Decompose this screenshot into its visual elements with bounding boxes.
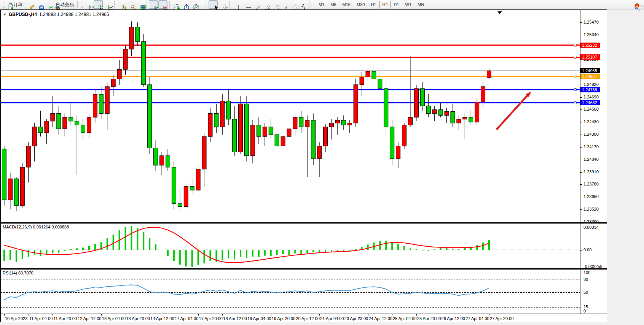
candle-down[interactable] [190,186,194,190]
line-price-tag[interactable]: 1.25232 [580,43,600,48]
candle-up[interactable] [366,71,370,77]
candle-up[interactable] [26,146,30,167]
candle-down[interactable] [214,114,218,127]
auto-scroll-button[interactable] [149,0,158,9]
candle-down[interactable] [420,89,424,106]
fibonacci-button[interactable]: F [269,0,279,9]
line-price-tag[interactable]: 1.24632 [580,100,600,105]
chart-shift-button[interactable] [158,0,167,9]
candle-up[interactable] [305,120,309,127]
zoom-out-button[interactable] [126,0,135,9]
toolbar-grip[interactable] [3,1,5,8]
candle-up[interactable] [414,89,418,117]
candle-down[interactable] [148,85,152,148]
line-price-tag[interactable]: 1.25107 [580,54,600,60]
candle-up[interactable] [293,117,297,129]
candle-down[interactable] [142,41,146,85]
candle-up[interactable] [457,119,461,123]
candle-up[interactable] [402,125,406,146]
candle-down[interactable] [426,106,430,113]
candle-up[interactable] [445,112,449,116]
news-button[interactable] [24,0,33,9]
vertical-line-button[interactable] [231,0,241,9]
bar-chart-button[interactable] [84,0,93,9]
candle-up[interactable] [51,114,55,121]
line-price-tag[interactable]: 1.24907 [580,74,600,79]
current-price-tag[interactable]: 1.24965 [580,68,600,73]
indicators-button[interactable]: ▼ [172,0,181,9]
candle-down[interactable] [451,112,455,123]
line-handle[interactable] [574,101,576,104]
candle-down[interactable] [81,125,85,133]
timeframe-button-m5[interactable]: M5 [328,1,339,8]
timeframe-button-w1[interactable]: W1 [403,1,414,8]
timeframe-button-m30[interactable]: M30 [354,1,367,8]
tile-windows-button[interactable] [135,0,145,9]
candle-down[interactable] [2,149,6,200]
candle-up[interactable] [63,117,67,129]
candle-down[interactable] [99,94,103,113]
candle-up[interactable] [481,87,485,102]
candle-up[interactable] [324,127,328,146]
candle-up[interactable] [287,129,291,136]
candle-up[interactable] [239,104,243,152]
equidistant-channel-button[interactable]: E [260,0,269,9]
candle-up[interactable] [432,109,437,113]
candle-up[interactable] [160,156,164,165]
timeframe-button-m1[interactable]: M1 [316,1,327,8]
toolbar-grip[interactable] [312,1,314,8]
candle-down[interactable] [275,135,279,146]
candle-down[interactable] [245,104,249,155]
trend-arrow-annotation[interactable] [497,95,528,129]
candle-up[interactable] [184,186,188,206]
candle-down[interactable] [166,156,170,167]
cursor-button[interactable] [209,0,218,9]
candle-up[interactable] [129,27,134,49]
candle-up[interactable] [281,136,285,146]
candle-up[interactable] [8,179,12,200]
candle-up[interactable] [196,169,200,190]
arrows-button[interactable]: ▼ [298,0,307,9]
text-label-button[interactable]: T [289,0,298,9]
timeframe-button-mn[interactable]: MN [415,1,427,8]
timeframe-button-m15[interactable]: M15 [340,1,353,8]
line-chart-button[interactable] [103,0,112,9]
candle-up[interactable] [250,125,255,156]
line-handle[interactable] [574,75,576,78]
candle-down[interactable] [233,119,237,152]
candle-up[interactable] [475,102,479,122]
candle-up[interactable] [463,117,467,119]
candle-up[interactable] [87,117,91,133]
candlestick-chart-button[interactable] [94,0,103,9]
candle-up[interactable] [111,79,115,87]
candle-down[interactable] [226,101,231,119]
candle-up[interactable] [208,114,212,137]
candle-down[interactable] [269,127,273,135]
candle-down[interactable] [438,109,443,115]
candle-up[interactable] [317,146,322,159]
candle-down[interactable] [69,117,73,121]
toolbar-grip[interactable] [81,1,83,8]
trendline-button[interactable] [250,0,260,9]
candle-down[interactable] [154,148,158,165]
line-handle[interactable] [574,56,576,58]
candle-up[interactable] [45,121,49,133]
horizontal-line-button[interactable] [241,0,250,9]
candle-up[interactable] [202,136,206,169]
candle-up[interactable] [123,49,128,69]
candle-up[interactable] [32,127,37,146]
candle-up[interactable] [335,120,340,123]
periods-button[interactable]: ▼ [181,0,190,9]
candle-down[interactable] [75,121,79,125]
candle-down[interactable] [172,167,176,204]
templates-button[interactable]: ▼ [191,0,200,9]
autotrading-button[interactable]: 自动交易 [53,0,75,9]
candle-down[interactable] [378,79,382,89]
candle-up[interactable] [396,146,400,159]
candle-down[interactable] [135,27,140,41]
crosshair-button[interactable] [218,0,227,9]
candle-up[interactable] [93,94,97,117]
candle-up[interactable] [408,117,412,125]
candle-down[interactable] [38,127,43,133]
line-price-tag[interactable]: 1.24769 [580,87,600,92]
